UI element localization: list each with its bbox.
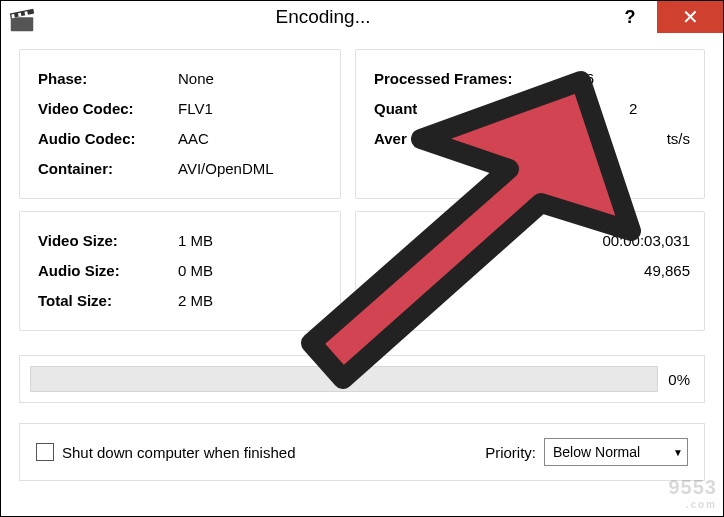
frames-panel: Processed Frames:146 Quant2 Averts/s bbox=[355, 49, 705, 199]
audio-codec-label: Audio Codec: bbox=[38, 124, 178, 154]
svg-rect-1 bbox=[11, 17, 34, 31]
chevron-down-icon: ▼ bbox=[673, 447, 683, 458]
help-button[interactable]: ? bbox=[603, 1, 657, 33]
remaining-label bbox=[374, 256, 569, 286]
remaining-value: 49,865 bbox=[644, 256, 690, 286]
titlebar-buttons: ? ✕ bbox=[603, 1, 723, 33]
progress-percent: 0% bbox=[668, 371, 690, 388]
audio-size-value: 0 MB bbox=[178, 256, 213, 286]
watermark: 9553 .com bbox=[669, 476, 718, 510]
size-panel: Video Size:1 MB Audio Size:0 MB Total Si… bbox=[19, 211, 341, 331]
app-clapperboard-icon bbox=[7, 5, 37, 35]
priority-select[interactable]: Below Normal ▼ bbox=[544, 438, 688, 466]
progress-bar bbox=[30, 366, 658, 392]
footer-panel: Shut down computer when finished Priorit… bbox=[19, 423, 705, 481]
container-value: AVI/OpenDML bbox=[178, 154, 274, 184]
info-row-2: Video Size:1 MB Audio Size:0 MB Total Si… bbox=[19, 211, 705, 331]
total-size-label: Total Size: bbox=[38, 286, 178, 316]
time-panel: 00:00:03,031 49,865 bbox=[355, 211, 705, 331]
window-title: Encoding... bbox=[43, 6, 603, 28]
close-button[interactable]: ✕ bbox=[657, 1, 723, 33]
elapsed-label bbox=[374, 226, 569, 256]
total-size-value: 2 MB bbox=[178, 286, 213, 316]
audio-codec-value: AAC bbox=[178, 124, 209, 154]
video-size-label: Video Size: bbox=[38, 226, 178, 256]
shutdown-label: Shut down computer when finished bbox=[62, 444, 295, 461]
video-codec-value: FLV1 bbox=[178, 94, 213, 124]
progress-panel: 0% bbox=[19, 355, 705, 403]
codec-panel: Phase:None Video Codec:FLV1 Audio Codec:… bbox=[19, 49, 341, 199]
audio-size-label: Audio Size: bbox=[38, 256, 178, 286]
container-label: Container: bbox=[38, 154, 178, 184]
content: Phase:None Video Codec:FLV1 Audio Codec:… bbox=[1, 39, 723, 481]
info-row-1: Phase:None Video Codec:FLV1 Audio Codec:… bbox=[19, 49, 705, 199]
phase-label: Phase: bbox=[38, 64, 178, 94]
watermark-domain: .com bbox=[669, 499, 718, 510]
bitrate-label: Aver bbox=[374, 124, 569, 154]
bitrate-suffix: ts/s bbox=[667, 124, 690, 154]
quantizer-value: 2 bbox=[629, 94, 637, 124]
titlebar: Encoding... ? ✕ bbox=[1, 1, 723, 39]
processed-frames-value: 146 bbox=[569, 64, 594, 94]
phase-value: None bbox=[178, 64, 214, 94]
shutdown-checkbox[interactable] bbox=[36, 443, 54, 461]
processed-frames-label: Processed Frames: bbox=[374, 64, 569, 94]
quantizer-label: Quant bbox=[374, 94, 569, 124]
video-size-value: 1 MB bbox=[178, 226, 213, 256]
video-codec-label: Video Codec: bbox=[38, 94, 178, 124]
priority-label: Priority: bbox=[485, 444, 536, 461]
watermark-name: 9553 bbox=[669, 476, 718, 498]
priority-value: Below Normal bbox=[553, 444, 665, 460]
elapsed-value: 00:00:03,031 bbox=[602, 226, 690, 256]
